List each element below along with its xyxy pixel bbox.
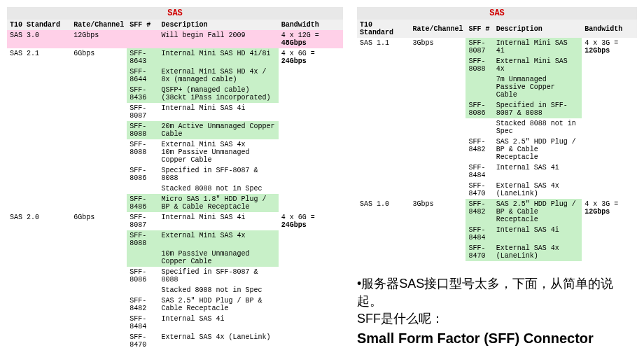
- cell-sff: SFF-8644: [127, 67, 158, 85]
- cell-std: [357, 243, 410, 261]
- cell-rate: [410, 118, 465, 137]
- cell-rate: [410, 74, 465, 100]
- table-row: SFF-8086Specified in SFF-8087 & 8088: [7, 165, 343, 183]
- cell-desc: Internal SAS 4i: [159, 314, 279, 332]
- cell-rate: 3Gbps: [410, 199, 465, 225]
- cell-desc: SAS 2.5" HDD Plug / BP & Cable Receptacl…: [493, 137, 582, 162]
- cell-sff: SFF-8087: [127, 212, 158, 230]
- cell-sff: SFF-8486: [127, 194, 158, 212]
- th-bw: Bandwidth: [279, 20, 343, 30]
- cell-bw: 4 x 3G = 12Gbps: [582, 38, 637, 56]
- cell-sff: SFF-8088: [127, 230, 158, 249]
- cell-std: [7, 183, 71, 194]
- cell-rate: [410, 181, 465, 199]
- cell-sff: [127, 183, 158, 194]
- cell-std: [7, 194, 71, 212]
- cell-bw: [582, 74, 637, 100]
- cell-std: [357, 74, 410, 100]
- table-row: SFF-8470External SAS 4x (LaneLink): [357, 181, 637, 199]
- annotation-block: •服务器SAS接口型号太多，下面，从简单的说起。 SFF是什么呢： Small …: [357, 275, 637, 348]
- table-row: SFF-8436QSFP+ (managed cable) (38ckt iPa…: [7, 85, 343, 103]
- cell-bw: [582, 225, 637, 243]
- table-row: SFF-8086Specified in SFF-8087 & 8088: [357, 100, 637, 118]
- cell-desc: Stacked 8088 not in Spec: [159, 285, 279, 295]
- cell-rate: [71, 314, 127, 332]
- cell-desc: Internal Mini SAS 4i: [159, 103, 279, 121]
- cell-bw: [582, 162, 637, 181]
- cell-sff: SFF-8484: [465, 162, 493, 181]
- cell-sff: SFF-8470: [465, 243, 493, 261]
- cell-desc: External Mini SAS 4x10m Passive Unmanage…: [159, 139, 279, 165]
- cell-sff: [127, 285, 158, 295]
- table-row: SFF-8644External Mini SAS HD 4x / 8x (ma…: [7, 67, 343, 85]
- cell-desc: 7m Unmanaged Passive Copper Cable: [493, 74, 582, 100]
- table-row: Stacked 8088 not in Spec: [7, 183, 343, 194]
- cell-sff: SFF-8087: [465, 38, 493, 56]
- cell-rate: [410, 137, 465, 162]
- cell-std: [7, 67, 71, 85]
- cell-rate: 6Gbps: [71, 48, 127, 67]
- th-rate: Rate/Channel: [410, 20, 465, 38]
- cell-sff: SFF-8482: [465, 199, 493, 225]
- cell-std: [357, 100, 410, 118]
- left-table-title: SAS: [7, 7, 343, 20]
- table-row: SFF-8087Internal Mini SAS 4i: [7, 103, 343, 121]
- table-row: SFF-8088External Mini SAS 4x: [357, 56, 637, 74]
- cell-desc: Specified in SFF-8087 & 8088: [493, 100, 582, 118]
- cell-std: [7, 103, 71, 121]
- cell-bw: [582, 118, 637, 137]
- cell-std: [7, 165, 71, 183]
- cell-std: [7, 267, 71, 285]
- cell-desc: External Mini SAS 4x: [493, 56, 582, 74]
- table-row: Stacked 8088 not in Spec: [7, 285, 343, 295]
- cell-desc: Specified in SFF-8087 & 8088: [159, 165, 279, 183]
- table-row: SAS 1.13GbpsSFF-8087Internal Mini SAS 4i…: [357, 38, 637, 56]
- cell-rate: [71, 103, 127, 121]
- cell-sff: SFF-8484: [465, 225, 493, 243]
- th-desc: Description: [493, 20, 582, 38]
- cell-std: [357, 181, 410, 199]
- cell-bw: [582, 100, 637, 118]
- cell-bw: 4 x 3G = 12Gbps: [582, 199, 637, 225]
- cell-bw: [279, 267, 343, 285]
- table-row: SAS 2.06GbpsSFF-8087Internal Mini SAS 4i…: [7, 212, 343, 230]
- th-std: T10 Standard: [357, 20, 410, 38]
- cell-bw: [582, 243, 637, 261]
- left-sas-table: T10 Standard Rate/Channel SFF # Descript…: [7, 20, 343, 350]
- cell-std: SAS 2.1: [7, 48, 71, 67]
- table-row: 10m Passive Unmanaged Copper Cable: [7, 249, 343, 267]
- cell-desc: Stacked 8088 not in Spec: [493, 118, 582, 137]
- cell-bw: [279, 121, 343, 139]
- cell-rate: 12Gbps: [71, 30, 127, 48]
- cell-desc: Micro SAS 1.8" HDD Plug / BP & Cable Rec…: [159, 194, 279, 212]
- cell-sff: SFF-8086: [465, 100, 493, 118]
- cell-rate: [71, 183, 127, 194]
- cell-desc: QSFP+ (managed cable) (38ckt iPass incor…: [159, 85, 279, 103]
- cell-std: [7, 295, 71, 314]
- cell-sff: SFF-8643: [127, 48, 158, 67]
- cell-sff: SFF-8482: [465, 137, 493, 162]
- cell-rate: 3Gbps: [410, 38, 465, 56]
- cell-sff: SFF-8088: [465, 56, 493, 74]
- cell-std: [7, 85, 71, 103]
- table-row: SFF-8482SAS 2.5" HDD Plug / BP & Cable R…: [357, 137, 637, 162]
- cell-rate: [71, 230, 127, 249]
- cell-bw: [279, 194, 343, 212]
- cell-desc: Internal Mini SAS HD 4i/8i: [159, 48, 279, 67]
- cell-bw: 4 x 6G = 24Gbps: [279, 212, 343, 230]
- cell-desc: External SAS 4x (LaneLink): [493, 181, 582, 199]
- table-row: SFF-8088External Mini SAS 4x10m Passive …: [7, 139, 343, 165]
- table-row: SFF-8086Specified in SFF-8087 & 8088: [7, 267, 343, 285]
- cell-bw: [279, 285, 343, 295]
- cell-sff: [127, 249, 158, 267]
- cell-bw: [279, 165, 343, 183]
- table-row: SFF-8088External Mini SAS 4x: [7, 230, 343, 249]
- left-header-row: T10 Standard Rate/Channel SFF # Descript…: [7, 20, 343, 30]
- cell-std: [357, 137, 410, 162]
- table-row: SFF-8484Internal SAS 4i: [7, 314, 343, 332]
- cell-rate: [71, 267, 127, 285]
- cell-sff: SFF-8088: [127, 139, 158, 165]
- cell-std: [357, 118, 410, 137]
- cell-bw: [279, 295, 343, 314]
- cell-bw: [279, 67, 343, 85]
